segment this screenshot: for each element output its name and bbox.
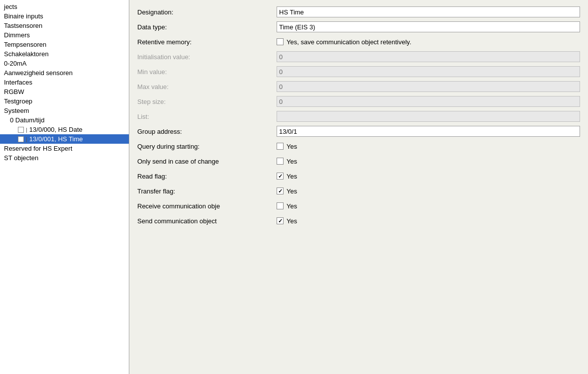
pipe-icon-hs-date: |: [26, 127, 27, 133]
pipe-icon-hs-time: |: [26, 136, 27, 142]
tree-label-testgroep: Testgroep: [4, 97, 32, 105]
tree-item-binaire-inputs[interactable]: Binaire inputs: [0, 11, 129, 21]
tree-item-hs-date[interactable]: |13/0/000, HS Date: [0, 125, 129, 134]
field-input-list: [277, 111, 580, 122]
tree-item-dimmers[interactable]: Dimmers: [0, 30, 129, 40]
field-label-send-communication-object: Send communication object: [137, 217, 277, 225]
tree-item-reserved-hs-expert[interactable]: Reserved for HS Expert: [0, 144, 129, 153]
field-checkbox-label-retentive-memory: Yes, save communication object retentive…: [287, 38, 411, 46]
field-input-initialisation-value: [277, 51, 580, 62]
field-checkbox-only-send-change[interactable]: [277, 158, 284, 165]
form-row-max-value: Max value:: [137, 81, 580, 93]
field-checkbox-query-during-starting[interactable]: [277, 143, 284, 150]
field-checkbox-label-only-send-change: Yes: [287, 158, 297, 165]
form-row-step-size: Step size:: [137, 95, 580, 107]
field-checkbox-label-query-during-starting: Yes: [287, 143, 297, 150]
field-checkbox-label-send-communication-object: Yes: [287, 217, 297, 225]
field-label-read-flag: Read flag:: [137, 173, 277, 180]
field-input-min-value: [277, 66, 580, 77]
tree-label-0-20ma: 0-20mA: [4, 60, 27, 67]
form-row-list: List:: [137, 110, 580, 122]
field-checkbox-label-transfer-flag: Yes: [287, 187, 297, 195]
field-input-group-address[interactable]: [277, 126, 580, 137]
field-label-data-type: Data type:: [137, 23, 277, 31]
field-input-data-type[interactable]: [277, 21, 580, 32]
form-row-min-value: Min value:: [137, 66, 580, 78]
tree-item-jects[interactable]: jects: [0, 2, 129, 11]
tree-item-st-objecten[interactable]: ST objecten: [0, 153, 129, 163]
tree-item-0-20ma[interactable]: 0-20mA: [0, 59, 129, 68]
tree-label-jects: jects: [4, 3, 17, 10]
field-label-query-during-starting: Query during starting:: [137, 143, 277, 150]
field-checkbox-send-communication-object[interactable]: ✓: [277, 217, 284, 224]
form-row-receive-communication-object: Receive communication objeYes: [137, 200, 580, 212]
field-label-designation: Designation:: [137, 8, 277, 16]
field-label-receive-communication-object: Receive communication obje: [137, 202, 277, 210]
field-label-transfer-flag: Transfer flag:: [137, 187, 277, 195]
form-row-group-address: Group address:: [137, 125, 580, 137]
tree-checkbox-hs-date[interactable]: [18, 127, 24, 133]
field-label-min-value: Min value:: [137, 68, 277, 76]
field-checkbox-label-receive-communication-object: Yes: [287, 202, 297, 210]
field-label-retentive-memory: Retentive memory:: [137, 38, 277, 46]
tree-label-reserved-hs-expert: Reserved for HS Expert: [4, 145, 72, 152]
tree-label-schakelaktoren: Schakelaktoren: [4, 50, 49, 58]
field-checkbox-wrap-read-flag: ✓Yes: [277, 173, 297, 180]
form-row-query-during-starting: Query during starting:Yes: [137, 140, 580, 152]
field-label-group-address: Group address:: [137, 128, 277, 135]
field-checkbox-transfer-flag[interactable]: ✓: [277, 187, 284, 194]
field-input-max-value: [277, 81, 580, 92]
tree-label-hs-date: 13/0/000, HS Date: [29, 126, 83, 133]
right-panel: Designation:Data type:Retentive memory:Y…: [129, 0, 588, 374]
tree-item-tempsensoren[interactable]: Tempsensoren: [0, 40, 129, 49]
field-checkbox-wrap-transfer-flag: ✓Yes: [277, 187, 297, 195]
tree-label-interfaces: Interfaces: [4, 79, 32, 86]
field-checkbox-wrap-only-send-change: Yes: [277, 158, 297, 165]
tree-item-rgbw[interactable]: RGBW: [0, 87, 129, 96]
field-input-step-size: [277, 96, 580, 107]
form-row-designation: Designation:: [137, 6, 580, 18]
tree-item-tastsensoren[interactable]: Tastsensoren: [0, 21, 129, 30]
field-checkbox-label-read-flag: Yes: [287, 173, 297, 180]
tree-label-systeem: Systeem: [4, 107, 29, 114]
field-checkbox-receive-communication-object[interactable]: [277, 202, 284, 209]
tree-label-rgbw: RGBW: [4, 88, 24, 95]
tree-label-aanwezigheid-sensoren: Aanwezigheid sensoren: [4, 69, 73, 77]
checkmark-transfer-flag: ✓: [278, 188, 283, 194]
tree-label-tastsensoren: Tastsensoren: [4, 22, 42, 29]
field-checkbox-wrap-query-during-starting: Yes: [277, 143, 297, 150]
field-label-only-send-change: Only send in case of change: [137, 158, 277, 165]
tree-item-datum-tijd[interactable]: 0 Datum/tijd: [0, 115, 129, 125]
form-row-transfer-flag: Transfer flag:✓Yes: [137, 185, 580, 197]
form-row-retentive-memory: Retentive memory:Yes, save communication…: [137, 36, 580, 48]
checkmark-send-communication-object: ✓: [278, 218, 283, 224]
tree-label-tempsensoren: Tempsensoren: [4, 41, 46, 48]
tree-label-dimmers: Dimmers: [4, 31, 30, 39]
form-row-send-communication-object: Send communication object✓Yes: [137, 215, 580, 227]
field-input-designation[interactable]: [277, 6, 580, 17]
field-checkbox-wrap-retentive-memory: Yes, save communication object retentive…: [277, 38, 411, 46]
tree-label-st-objecten: ST objecten: [4, 154, 38, 162]
tree-label-binaire-inputs: Binaire inputs: [4, 12, 43, 20]
tree-item-aanwezigheid-sensoren[interactable]: Aanwezigheid sensoren: [0, 68, 129, 78]
tree-item-testgroep[interactable]: Testgroep: [0, 96, 129, 106]
tree-item-systeem[interactable]: Systeem: [0, 106, 129, 115]
form-row-read-flag: Read flag:✓Yes: [137, 170, 580, 182]
tree-item-interfaces[interactable]: Interfaces: [0, 78, 129, 87]
checkmark-read-flag: ✓: [278, 173, 283, 180]
left-panel: jectsBinaire inputsTastsensorenDimmersTe…: [0, 0, 129, 374]
field-checkbox-read-flag[interactable]: ✓: [277, 173, 284, 180]
field-checkbox-wrap-receive-communication-object: Yes: [277, 202, 297, 210]
field-checkbox-retentive-memory[interactable]: [277, 38, 284, 45]
field-checkbox-wrap-send-communication-object: ✓Yes: [277, 217, 297, 225]
tree-checkbox-hs-time[interactable]: [18, 136, 24, 142]
form-row-only-send-change: Only send in case of changeYes: [137, 155, 580, 167]
form-row-data-type: Data type:: [137, 21, 580, 33]
field-label-max-value: Max value:: [137, 83, 277, 91]
field-label-step-size: Step size:: [137, 98, 277, 105]
tree-label-hs-time: 13/0/001, HS Time: [29, 135, 83, 143]
tree-label-datum-tijd: 0 Datum/tijd: [10, 116, 44, 124]
tree-item-schakelaktoren[interactable]: Schakelaktoren: [0, 49, 129, 59]
field-label-list: List:: [137, 113, 277, 120]
tree-item-hs-time[interactable]: |13/0/001, HS Time: [0, 134, 129, 144]
